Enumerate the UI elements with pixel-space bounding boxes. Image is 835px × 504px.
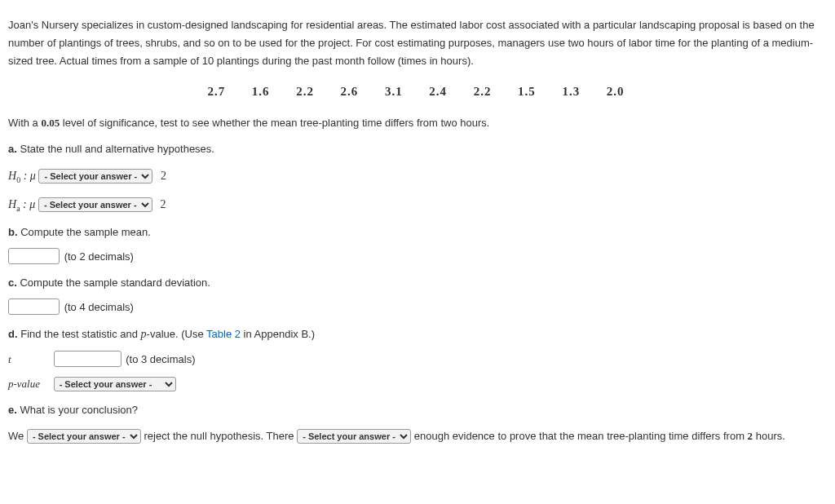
intro-text: Joan's Nursery specializes in custom-des… — [8, 16, 824, 70]
data-value: 2.0 — [607, 82, 625, 103]
null-hypothesis-row: H0 : μ - Select your answer - 2 — [8, 166, 824, 187]
part-e: e. What is your conclusion? — [8, 401, 824, 419]
t-label: t — [8, 351, 51, 369]
sample-sd-input[interactable] — [8, 298, 60, 315]
p-value-label: p-value — [8, 375, 51, 393]
p-value-select[interactable]: - Select your answer - — [54, 377, 176, 391]
part-d: d. Find the test statistic and p-value. … — [8, 325, 824, 344]
ha-value: 2 — [161, 198, 166, 210]
h0-operator-select[interactable]: - Select your answer - — [38, 169, 152, 183]
h0-value: 2 — [161, 170, 166, 182]
part-c: c. Compute the sample standard deviation… — [8, 274, 824, 292]
data-value: 2.7 — [207, 82, 225, 103]
significance-line: With a 0.05 level of significance, test … — [8, 114, 824, 132]
data-value: 3.1 — [385, 82, 403, 103]
conclusion-evidence-select[interactable]: - Select your answer - — [297, 429, 411, 444]
table-2-link[interactable]: Table 2 — [206, 328, 241, 340]
data-values-row: 2.7 1.6 2.2 2.6 3.1 2.4 2.2 1.5 1.3 2.0 — [8, 82, 824, 103]
part-a: a. State the null and alternative hypoth… — [8, 140, 824, 158]
conclusion-reject-select[interactable]: - Select your answer - — [27, 429, 141, 444]
data-value: 1.3 — [562, 82, 580, 103]
data-value: 2.4 — [429, 82, 447, 103]
data-value: 2.6 — [341, 82, 359, 103]
hint-c: (to 4 decimals) — [64, 301, 134, 313]
t-stat-input[interactable] — [54, 351, 121, 367]
data-value: 1.6 — [252, 82, 270, 103]
conclusion-line: We - Select your answer - reject the nul… — [8, 427, 824, 445]
alt-hypothesis-row: Ha : μ - Select your answer - 2 — [8, 195, 824, 215]
sample-mean-input[interactable] — [8, 248, 60, 264]
data-value: 2.2 — [474, 82, 492, 103]
data-value: 1.5 — [518, 82, 536, 103]
ha-operator-select[interactable]: - Select your answer - — [38, 197, 152, 212]
data-value: 2.2 — [296, 82, 314, 103]
part-b: b. Compute the sample mean. — [8, 223, 824, 241]
hint-t: (to 3 decimals) — [126, 353, 195, 365]
hint-b: (to 2 decimals) — [64, 250, 134, 263]
